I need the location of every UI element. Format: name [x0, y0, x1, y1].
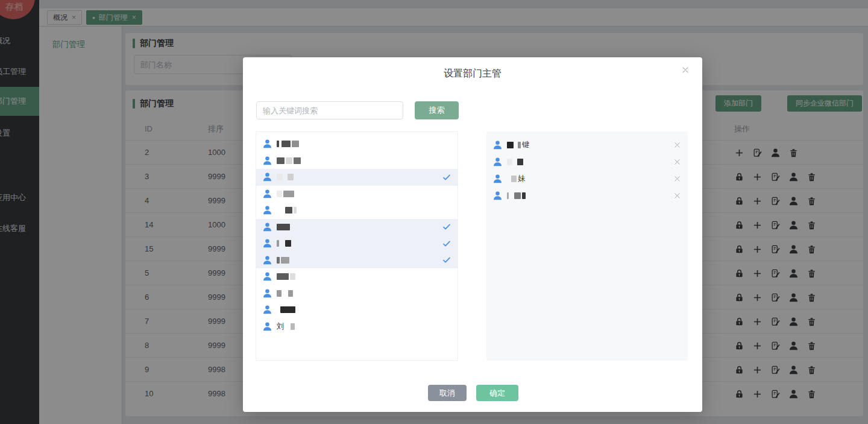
keyword-search-input[interactable] — [256, 101, 403, 119]
redacted-name-block — [285, 240, 291, 247]
redacted-name-block — [288, 290, 293, 297]
member-candidate-list: 刘 — [256, 131, 458, 361]
redacted-name-block — [507, 192, 509, 199]
person-icon — [262, 305, 272, 315]
dialog-close-icon[interactable] — [681, 65, 690, 75]
redacted-name-block — [517, 159, 523, 165]
member-name — [277, 306, 297, 313]
member-option[interactable] — [256, 169, 458, 186]
member-option[interactable] — [256, 268, 458, 285]
redacted-name-block — [277, 191, 282, 197]
name-fragment: 妹 — [518, 175, 526, 183]
member-option[interactable] — [256, 302, 458, 318]
confirm-button[interactable]: 确定 — [476, 385, 518, 401]
redacted-name-block — [292, 141, 299, 147]
remove-icon[interactable] — [673, 191, 682, 200]
person-icon — [492, 140, 503, 150]
redacted-name-block — [277, 273, 289, 280]
redacted-name-block — [507, 159, 512, 165]
member-option[interactable] — [256, 186, 458, 203]
person-icon — [262, 139, 272, 149]
app-root: 概况× ●部门管理× 部门管理 存档 概况 员工管理 部门管理 设置 应用中心 … — [0, 0, 868, 424]
person-icon — [262, 238, 272, 248]
dialog-title: 设置部门主管 — [243, 68, 702, 80]
name-fragment: 键 — [522, 141, 530, 149]
redacted-name-block — [511, 176, 517, 182]
check-icon — [442, 239, 451, 248]
member-option[interactable] — [256, 252, 458, 269]
person-icon — [262, 172, 272, 182]
member-option[interactable] — [256, 219, 458, 236]
member-name — [277, 141, 300, 147]
member-name — [277, 157, 302, 164]
redacted-name-block — [518, 142, 521, 148]
redacted-name-block — [281, 257, 289, 264]
redacted-name-block — [507, 142, 514, 148]
redacted-name-block — [277, 290, 281, 297]
name-fragment: 刘 — [277, 323, 285, 331]
member-name — [277, 207, 298, 214]
redacted-name-block — [294, 157, 301, 164]
redacted-name-block — [522, 192, 526, 199]
set-department-manager-dialog: 设置部门主管 搜索 刘 键妹 取消 确定 — [243, 57, 702, 412]
member-name — [507, 192, 527, 199]
member-name: 刘 — [277, 323, 296, 331]
member-option[interactable] — [256, 285, 458, 302]
check-icon — [442, 172, 451, 182]
member-name — [277, 257, 291, 264]
redacted-name-block — [291, 323, 295, 330]
redacted-name-block — [277, 224, 290, 230]
remove-icon[interactable] — [673, 157, 682, 166]
member-option[interactable] — [256, 202, 458, 219]
selected-member — [486, 187, 688, 204]
redacted-name-block — [294, 207, 297, 214]
redacted-name-block — [277, 174, 283, 180]
person-icon — [262, 156, 272, 166]
check-icon — [442, 222, 451, 232]
person-icon — [262, 189, 272, 199]
redacted-name-block — [281, 141, 291, 147]
person-icon — [492, 174, 503, 184]
redacted-name-block — [514, 192, 521, 199]
member-option[interactable] — [256, 136, 458, 153]
redacted-name-block — [285, 207, 292, 214]
selected-member — [486, 153, 688, 170]
redacted-name-block — [277, 141, 279, 147]
redacted-name-block — [277, 257, 280, 264]
person-icon — [262, 321, 272, 332]
remove-icon[interactable] — [673, 141, 682, 150]
member-name — [507, 159, 524, 165]
selected-member: 妹 — [486, 170, 688, 187]
person-icon — [262, 205, 272, 215]
redacted-name-block — [277, 157, 285, 164]
selected-member: 键 — [486, 136, 688, 153]
redacted-name-block — [288, 174, 294, 180]
member-option[interactable]: 刘 — [256, 318, 458, 335]
member-name — [277, 273, 297, 280]
person-icon — [262, 255, 272, 265]
member-name — [277, 224, 291, 230]
member-option[interactable] — [256, 153, 458, 169]
redacted-name-block — [280, 306, 295, 313]
selected-member-list: 键妹 — [486, 131, 688, 361]
member-name — [277, 290, 294, 297]
person-icon — [262, 271, 272, 282]
search-button[interactable]: 搜索 — [415, 101, 459, 119]
cancel-button[interactable]: 取消 — [428, 385, 467, 401]
member-option[interactable] — [256, 235, 458, 252]
member-name — [277, 174, 295, 180]
redacted-name-block — [290, 273, 295, 280]
redacted-name-block — [277, 240, 279, 247]
person-icon — [262, 288, 272, 299]
redacted-name-block — [283, 191, 294, 197]
person-icon — [262, 222, 272, 232]
member-name: 妹 — [507, 175, 526, 183]
redacted-name-block — [286, 157, 292, 164]
person-icon — [492, 157, 503, 167]
check-icon — [442, 255, 451, 265]
member-name: 键 — [507, 141, 530, 149]
remove-icon[interactable] — [673, 174, 682, 183]
member-name — [277, 191, 295, 197]
member-name — [277, 240, 292, 247]
person-icon — [492, 191, 503, 201]
